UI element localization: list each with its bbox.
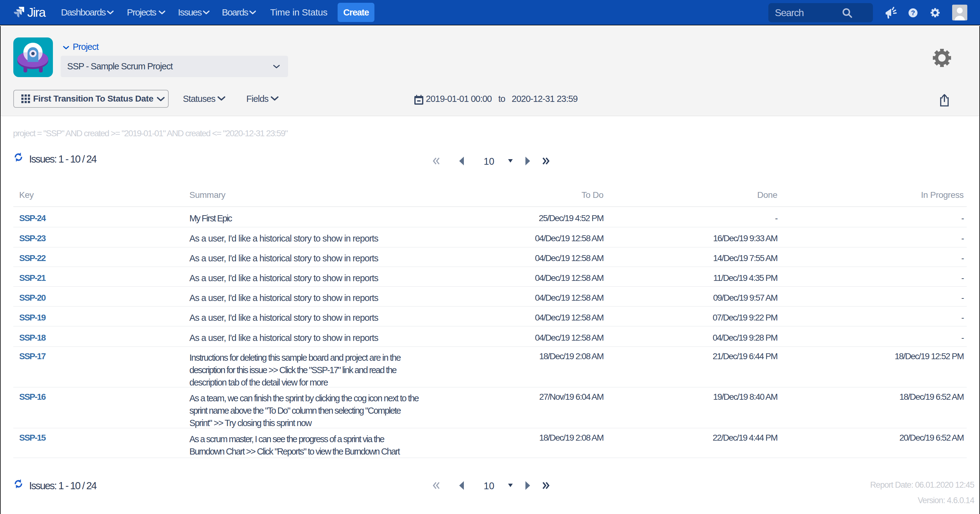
- svg-text:?: ?: [911, 9, 915, 17]
